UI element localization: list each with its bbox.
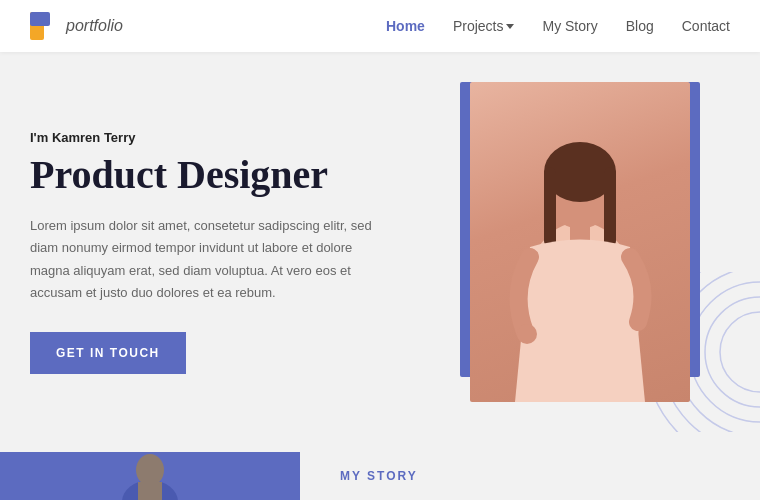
nav-item-projects[interactable]: Projects bbox=[453, 18, 515, 34]
svg-rect-17 bbox=[138, 482, 162, 500]
svg-point-16 bbox=[136, 454, 164, 486]
bottom-person-silhouette bbox=[110, 452, 190, 500]
svg-rect-11 bbox=[544, 167, 556, 247]
hero-person-image bbox=[470, 82, 690, 402]
logo-icon bbox=[30, 12, 58, 40]
svg-rect-1 bbox=[30, 12, 50, 26]
nav-item-mystory[interactable]: My Story bbox=[542, 17, 597, 35]
nav-item-home[interactable]: Home bbox=[386, 17, 425, 35]
svg-rect-13 bbox=[570, 220, 590, 240]
hero-title: Product Designer bbox=[30, 153, 390, 197]
hero-name: Kamren Terry bbox=[52, 130, 136, 145]
person-silhouette bbox=[490, 112, 670, 402]
bottom-card-blue bbox=[0, 452, 300, 500]
hero-intro: I'm Kamren Terry bbox=[30, 130, 390, 145]
nav-link-mystory[interactable]: My Story bbox=[542, 18, 597, 34]
logo[interactable]: portfolio bbox=[30, 12, 123, 40]
bottom-strip: MY STORY bbox=[0, 452, 760, 500]
nav-link-projects[interactable]: Projects bbox=[453, 18, 504, 34]
nav-item-blog[interactable]: Blog bbox=[626, 17, 654, 35]
hero-image-wrap bbox=[460, 82, 730, 402]
chevron-down-icon bbox=[506, 24, 514, 29]
svg-rect-12 bbox=[604, 167, 616, 247]
navbar: portfolio Home Projects My Story Blog Co… bbox=[0, 0, 760, 52]
nav-link-contact[interactable]: Contact bbox=[682, 18, 730, 34]
get-in-touch-button[interactable]: GET IN TOUCH bbox=[30, 332, 186, 374]
nav-item-contact[interactable]: Contact bbox=[682, 17, 730, 35]
nav-link-home[interactable]: Home bbox=[386, 18, 425, 34]
svg-point-14 bbox=[517, 324, 537, 344]
hero-intro-prefix: I'm bbox=[30, 130, 52, 145]
hero-section: I'm Kamren Terry Product Designer Lorem … bbox=[0, 52, 760, 452]
hero-description: Lorem ipsum dolor sit amet, consetetur s… bbox=[30, 215, 390, 303]
nav-link-blog[interactable]: Blog bbox=[626, 18, 654, 34]
logo-text: portfolio bbox=[66, 17, 123, 35]
nav-links: Home Projects My Story Blog Contact bbox=[386, 17, 730, 35]
hero-content: I'm Kamren Terry Product Designer Lorem … bbox=[0, 130, 420, 373]
my-story-label: MY STORY bbox=[300, 469, 418, 483]
